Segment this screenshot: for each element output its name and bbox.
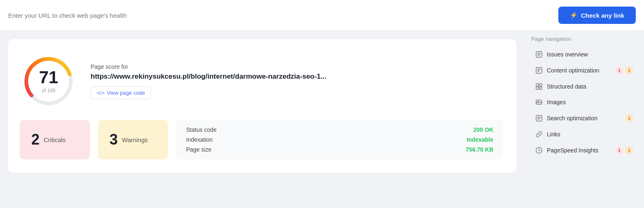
main-layout: 71 of 100 Page score for https://www.rek… [0,31,644,208]
lightning-icon: ⚡ [570,12,578,19]
content-optimization-label: Content optimization [547,67,611,74]
badge-orange-3: 1 [625,146,633,154]
page-size-value: 756.70 KB [466,146,493,153]
criticals-label: Criticals [44,136,65,143]
structured-data-label: Structured data [547,83,633,90]
code-icon: </> [97,90,105,96]
badge-orange-2: 1 [625,114,633,122]
badge-pink-1: 1 [615,66,623,75]
url-info: Page score for https://www.rekinysukcesu… [91,63,503,99]
page-url: https://www.rekinysukcesu.pl/blog/intern… [91,72,503,81]
sidebar: Page navigation Issues overview Content … [525,31,644,208]
svg-rect-12 [539,84,542,86]
sidebar-item-images[interactable]: Images [531,95,637,110]
search-optimization-label: Search optimization [547,115,621,122]
issues-overview-label: Issues overview [547,51,633,58]
status-code-key: Status code [186,126,217,133]
criticals-count: 2 [31,131,40,148]
stats-row: 2 Criticals 3 Warnings Status code 200 O… [20,120,503,159]
svg-rect-11 [536,84,539,86]
sidebar-item-content-optimization[interactable]: Content optimization 1 1 [531,63,637,78]
issues-overview-icon [535,51,543,58]
sidebar-item-search-optimization[interactable]: Search optimization 1 [531,110,637,126]
links-icon [535,131,543,138]
structured-data-icon [535,83,543,90]
check-btn-label: Check any link [581,12,624,19]
view-page-code-button[interactable]: </> View page code [91,86,151,99]
status-table: Status code 200 OK Indexation Indexable … [176,120,503,159]
status-row-0: Status code 200 OK [186,126,493,133]
page-score-label: Page score for [91,63,503,70]
sidebar-item-structured-data[interactable]: Structured data [531,79,637,94]
check-any-link-button[interactable]: ⚡ Check any link [558,7,636,24]
score-number: 71 [39,69,58,86]
status-row-2: Page size 756.70 KB [186,146,493,153]
search-optimization-icon [535,115,543,122]
score-card: 71 of 100 Page score for https://www.rek… [8,39,516,173]
criticals-box: 2 Criticals [20,120,90,159]
status-row-1: Indexation Indexable [186,136,493,143]
content-optimization-icon [535,67,543,74]
content-optimization-badges: 1 1 [615,66,633,75]
indexation-value: Indexable [467,136,493,143]
sidebar-item-issues-overview[interactable]: Issues overview [531,47,637,62]
badge-pink-2: 1 [615,146,623,154]
sidebar-item-pagespeed[interactable]: PageSpeed Insights 1 1 [531,143,637,158]
view-code-label: View page code [107,90,145,96]
images-label: Images [547,99,633,105]
page-size-key: Page size [186,146,211,153]
content-area: 71 of 100 Page score for https://www.rek… [0,31,525,208]
sidebar-item-links[interactable]: Links [531,127,637,142]
pagespeed-icon [535,147,543,154]
header-bar: ⚡ Check any link [0,0,644,31]
images-icon [535,98,543,106]
warnings-box: 3 Warnings [98,120,168,159]
indexation-key: Indexation [186,136,213,143]
links-label: Links [547,131,633,138]
pagespeed-badges: 1 1 [615,146,633,154]
score-circle: 71 of 100 [20,52,77,110]
score-center: 71 of 100 [39,69,58,93]
nav-title: Page navigation [531,36,637,42]
score-of-label: of 100 [39,88,58,93]
pagespeed-label: PageSpeed Insights [547,147,611,154]
svg-rect-13 [536,87,539,89]
url-input[interactable] [8,12,553,19]
status-code-value: 200 OK [474,126,493,133]
badge-orange-1: 1 [625,66,633,75]
svg-rect-14 [539,87,542,89]
warnings-label: Warnings [122,136,148,143]
warnings-count: 3 [110,131,118,148]
score-top: 71 of 100 Page score for https://www.rek… [20,52,503,110]
search-optimization-badges: 1 [625,114,633,122]
